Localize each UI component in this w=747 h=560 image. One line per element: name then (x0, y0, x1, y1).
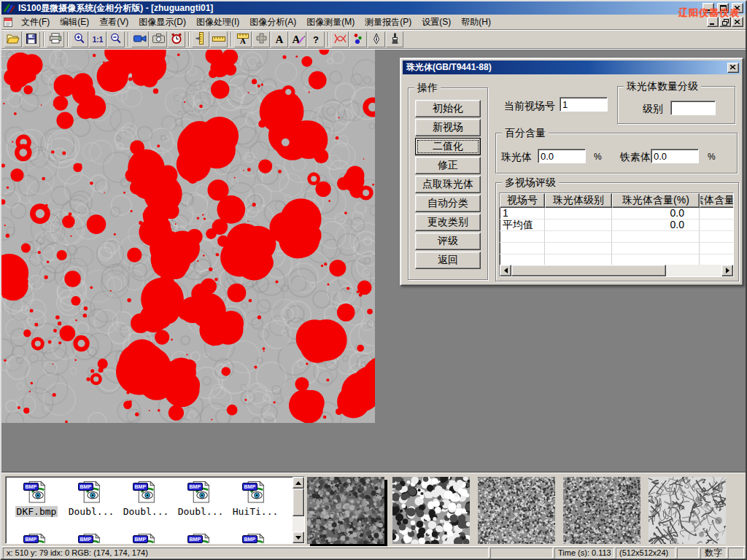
auto-classify-button[interactable]: 自动分类 (415, 195, 481, 212)
file-item[interactable]: BMP Doubl... (174, 480, 227, 517)
print-button[interactable] (47, 31, 64, 47)
text-edit-button[interactable]: A (289, 31, 306, 47)
col-pearlite-grade[interactable]: 珠光体级别 (545, 193, 612, 208)
toolbar: 1:1 A A A ? (1, 30, 746, 49)
thumbnail-2[interactable] (392, 477, 470, 544)
file-browser-vscrollbar[interactable] (293, 477, 304, 543)
file-name[interactable]: HuiTi... (231, 506, 280, 517)
table-row[interactable]: 平均值 0.0 (500, 219, 733, 231)
scrollbar-thumb[interactable] (293, 489, 304, 516)
grade-input[interactable] (670, 101, 716, 115)
snapshot-button[interactable] (150, 31, 167, 47)
operations-group: 操作 初始化 新视场 二值化 修正 点取珠光体 自动分类 更改类别 评级 返回 (408, 88, 488, 280)
menu-edit[interactable]: 编辑(E) (55, 15, 94, 30)
table-row[interactable]: 1 0.0 (500, 208, 733, 219)
col-ferrite-content[interactable]: 铁素体含量(%) (700, 193, 734, 208)
file-item[interactable]: BMP (229, 532, 282, 544)
menu-view[interactable]: 查看(V) (94, 15, 133, 30)
thumbnail-5[interactable] (649, 477, 726, 544)
scrollbar-track[interactable] (666, 265, 721, 276)
menu-settings[interactable]: 设置(S) (417, 15, 456, 30)
file-item[interactable]: BMP (120, 532, 172, 544)
floppy-icon (26, 34, 36, 46)
bmp-badge: BMP (187, 535, 204, 543)
thumbnail-1[interactable] (307, 477, 384, 544)
phase-color-button[interactable] (349, 31, 367, 47)
camera-icon (152, 34, 165, 45)
zoom-out-button[interactable] (107, 31, 125, 47)
video-capture-button[interactable] (131, 31, 149, 47)
dialog-close-button[interactable] (727, 63, 739, 73)
scroll-right-button[interactable] (721, 265, 733, 276)
correct-button[interactable]: 修正 (415, 157, 481, 174)
thumbnail-4[interactable] (563, 477, 640, 544)
timer-button[interactable] (168, 31, 185, 47)
return-button[interactable]: 返回 (415, 252, 481, 269)
menu-help[interactable]: 帮助(H) (456, 15, 496, 30)
file-name[interactable]: DKF.bmp (15, 506, 58, 517)
change-class-button[interactable]: 更改类别 (415, 214, 481, 231)
new-field-button[interactable]: 新视场 (415, 119, 481, 136)
scroll-up-button[interactable] (293, 477, 304, 489)
init-button[interactable]: 初始化 (415, 100, 481, 117)
ruler-button[interactable] (210, 31, 228, 47)
status-empty-2 (677, 548, 699, 559)
menu-image-analysis[interactable]: 图像分析(A) (244, 15, 301, 30)
bmp-badge: BMP (187, 483, 204, 491)
zoom-in-button[interactable] (71, 31, 88, 47)
file-item[interactable]: BMP (174, 532, 227, 544)
pearlite-label: 珠光体 (501, 151, 532, 164)
col-field-no[interactable]: 视场号 (500, 193, 545, 208)
thumbnail-strip (307, 477, 726, 544)
scroll-down-button[interactable] (293, 532, 304, 543)
caliper-button[interactable] (192, 31, 209, 47)
file-item[interactable]: BMP HuiTi... (229, 480, 282, 517)
pearlite-dialog-title-bar[interactable]: 珠光体(GB/T9441-88) (403, 61, 740, 74)
current-field-input[interactable] (560, 97, 608, 112)
file-name[interactable]: Doubl... (177, 506, 225, 517)
cell-grade (545, 219, 612, 231)
file-item[interactable]: BMP (10, 532, 63, 544)
file-item[interactable]: BMP (65, 532, 117, 544)
file-item[interactable]: BMP DKF.bmp (10, 480, 63, 517)
merge-button[interactable] (252, 31, 270, 47)
file-name[interactable]: Doubl... (67, 506, 116, 517)
pen-tool-button[interactable] (368, 31, 385, 47)
menu-file[interactable]: 文件(F) (16, 15, 55, 30)
pick-pearlite-button[interactable]: 点取珠光体 (415, 176, 481, 193)
bmp-file-icon: BMP (80, 480, 104, 504)
menu-image-process[interactable]: 图像处理(I) (191, 15, 244, 30)
thumbnail-3[interactable] (478, 477, 555, 544)
save-button[interactable] (23, 31, 40, 47)
open-button[interactable] (4, 31, 22, 47)
file-item[interactable]: BMP Doubl... (65, 480, 117, 517)
binarize-button[interactable]: 二值化 (415, 138, 481, 155)
file-browser[interactable]: BMP DKF.bmp BMP Doubl... BMP Doubl... (5, 476, 305, 544)
col-pearlite-content[interactable]: 珠光体含量(%) (612, 193, 700, 208)
doc-icon[interactable] (3, 17, 13, 28)
status-position: x: 510 y: 79 idx: 0 RGB: (174, 174, 174) (3, 548, 489, 559)
app-icon (4, 3, 15, 13)
brush-tool-button[interactable] (386, 31, 403, 47)
menu-report[interactable]: 测量报告(P) (360, 15, 417, 30)
text-annotate-button[interactable]: A (271, 31, 288, 47)
file-item[interactable]: BMP Doubl... (120, 480, 172, 517)
table-horizontal-scrollbar[interactable] (500, 265, 733, 276)
curve-tool-button[interactable] (331, 31, 349, 47)
menu-image-display[interactable]: 图像显示(D) (133, 15, 191, 30)
grade-button[interactable]: 评级 (415, 233, 481, 250)
actual-size-button[interactable]: 1:1 (89, 31, 107, 47)
rating-table[interactable]: 视场号 珠光体级别 珠光体含量(%) 铁素体含量(%) 1 0.0 平均值 0.… (499, 192, 734, 277)
ferrite-input[interactable] (651, 149, 699, 163)
metallographic-image[interactable] (1, 50, 375, 423)
scroll-left-button[interactable] (500, 265, 511, 276)
bmp-badge: BMP (78, 535, 94, 543)
scale-label-button[interactable]: A (234, 31, 252, 47)
scrollbar-thumb[interactable] (511, 265, 666, 276)
left-arrow-icon (504, 268, 508, 273)
file-name[interactable]: Doubl... (122, 506, 171, 517)
menu-image-measure[interactable]: 图像测量(M) (301, 15, 360, 30)
help-button[interactable]: ? (307, 31, 325, 47)
pearlite-input[interactable] (538, 149, 586, 163)
scrollbar-track[interactable] (293, 516, 304, 532)
